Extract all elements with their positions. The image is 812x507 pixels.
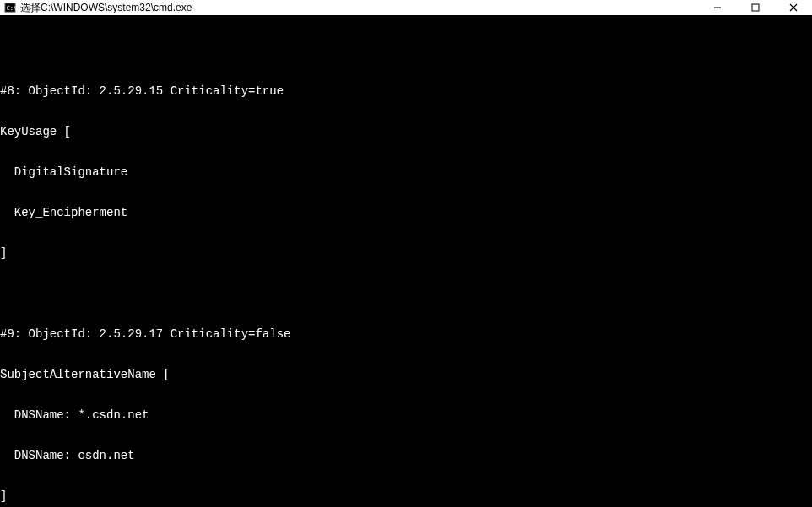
terminal-line: Key_Encipherment: [0, 206, 812, 219]
window-titlebar: C:\ 选择C:\WINDOWS\system32\cmd.exe: [0, 0, 812, 15]
terminal-line: KeyUsage [: [0, 125, 812, 138]
terminal-line: SubjectAlternativeName [: [0, 368, 812, 381]
terminal-line: DNSName: *.csdn.net: [0, 408, 812, 422]
window-title: 选择C:\WINDOWS\system32\cmd.exe: [20, 1, 698, 15]
terminal-line: [0, 44, 812, 57]
terminal-output[interactable]: #8: ObjectId: 2.5.29.15 Criticality=true…: [0, 15, 812, 507]
terminal-line: DNSName: csdn.net: [0, 449, 812, 462]
window-controls: [698, 0, 812, 15]
terminal-line: [0, 287, 812, 300]
svg-rect-3: [752, 4, 759, 11]
cmd-icon: C:\: [3, 1, 17, 14]
close-button[interactable]: [774, 0, 812, 15]
terminal-line: ]: [0, 489, 812, 503]
minimize-button[interactable]: [698, 0, 736, 15]
terminal-line: DigitalSignature: [0, 165, 812, 179]
maximize-button[interactable]: [736, 0, 774, 15]
svg-text:C:\: C:\: [7, 5, 16, 12]
terminal-line: #8: ObjectId: 2.5.29.15 Criticality=true: [0, 84, 812, 98]
terminal-line: ]: [0, 246, 812, 260]
terminal-line: #9: ObjectId: 2.5.29.17 Criticality=fals…: [0, 327, 812, 341]
